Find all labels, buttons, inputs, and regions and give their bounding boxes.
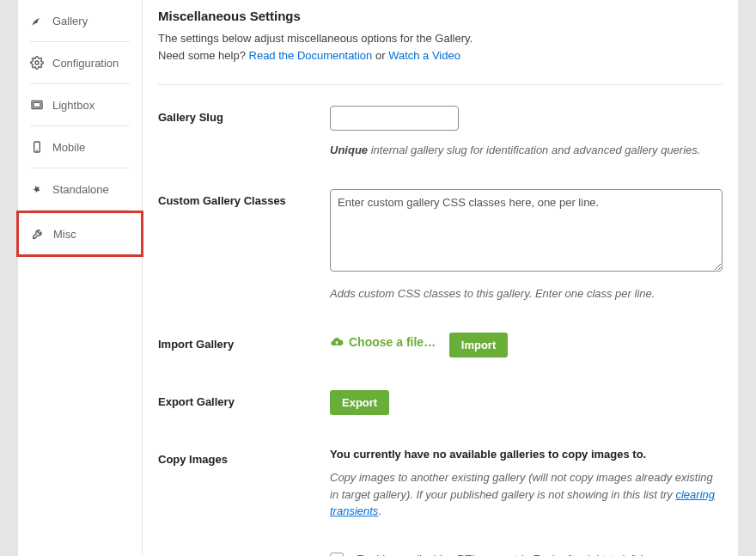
wrench-icon [31,227,45,241]
leaf-icon [30,14,44,27]
page-subtitle: The settings below adjust miscellaneous … [158,30,722,64]
sidebar-item-label: Misc [53,228,76,241]
sidebar-item-label: Gallery [52,15,88,27]
sidebar-item-label: Configuration [52,57,119,70]
sidebar-item-label: Standalone [52,183,109,196]
settings-main: Miscellaneous Settings The settings belo… [143,0,738,556]
svg-rect-2 [34,102,40,107]
gallery-slug-input[interactable] [330,106,459,131]
copy-images-label: Copy Images [158,448,330,520]
import-button[interactable]: Import [449,333,508,357]
sidebar-item-misc[interactable]: Misc [16,211,143,257]
cloud-upload-icon [330,335,344,349]
page-title: Miscellaneous Settings [158,9,722,23]
rtl-label: Enable RTL Support? [158,553,330,557]
custom-classes-helper: Adds custom CSS classes to this gallery.… [330,287,722,300]
rtl-checkbox[interactable] [330,553,344,557]
import-gallery-label: Import Gallery [158,333,330,357]
sidebar-item-label: Mobile [52,141,85,154]
divider [158,84,722,85]
video-link[interactable]: Watch a Video [388,49,460,62]
sidebar-item-standalone[interactable]: Standalone [18,168,142,210]
copy-images-helper: Copy images to another existing gallery … [330,469,722,520]
gear-icon [30,56,44,70]
sidebar-item-lightbox[interactable]: Lightbox [18,84,142,125]
sidebar-item-gallery[interactable]: Gallery [18,0,142,41]
choose-file-button[interactable]: Choose a file… [330,335,436,349]
gallery-slug-helper: Unique internal gallery slug for identif… [330,144,722,156]
rtl-helper: Enables or disables RTL support in Envir… [356,553,694,556]
custom-classes-label: Custom Gallery Classes [158,189,330,300]
svg-point-0 [35,61,39,64]
standalone-icon [30,182,44,196]
sidebar-item-mobile[interactable]: Mobile [18,126,142,168]
gallery-slug-label: Gallery Slug [158,106,330,156]
mobile-icon [30,140,44,154]
export-button[interactable]: Export [330,390,389,415]
custom-classes-textarea[interactable] [330,189,722,272]
copy-images-status: You currently have no available gallerie… [330,448,722,461]
export-gallery-label: Export Gallery [158,390,330,415]
sidebar-item-configuration[interactable]: Configuration [18,42,142,83]
settings-sidebar: Gallery Configuration Lightbox [18,0,143,556]
lightbox-icon [30,98,44,112]
documentation-link[interactable]: Read the Documentation [249,49,373,62]
sidebar-item-label: Lightbox [52,99,94,112]
